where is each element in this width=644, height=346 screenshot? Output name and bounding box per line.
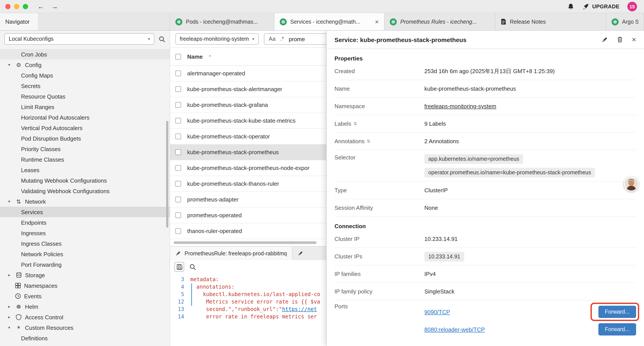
close-window-button[interactable] (5, 4, 10, 9)
labels-row: Labels ⇅ 9 Labels (334, 115, 636, 133)
row-checkbox[interactable] (175, 212, 181, 218)
delete-trash-icon[interactable] (617, 36, 623, 43)
sidebar-item-endpoints[interactable]: Endpoints (0, 217, 170, 228)
edit-pencil-icon[interactable] (602, 36, 608, 43)
sidebar-item-network-policies[interactable]: Network Policies (0, 249, 170, 259)
sidebar-item-events[interactable]: Events (0, 291, 170, 301)
search-icon[interactable] (190, 264, 196, 270)
sidebar-group-config[interactable]: ▾ ⚙ Config (0, 59, 170, 70)
sidebar-item-services[interactable]: Services (0, 207, 170, 217)
sidebar-item-definitions[interactable]: Definitions (0, 333, 170, 343)
table-row[interactable]: prometheus-adapter (170, 192, 326, 208)
sidebar-item-runtime-classes[interactable]: Runtime Classes (0, 154, 170, 165)
field-value[interactable]: 9 Labels (424, 120, 446, 127)
sidebar-item-horizontal-pod-autoscalers[interactable]: Horizontal Pod Autoscalers (0, 112, 170, 123)
sidebar-item-resource-quotas[interactable]: Resource Quotas (0, 91, 170, 102)
minimize-window-button[interactable] (14, 4, 19, 9)
table-row[interactable]: kube-prometheus-stack-operator (170, 129, 326, 145)
row-checkbox[interactable] (175, 86, 181, 92)
tab-pods[interactable]: ☸ Pods - icecheng@mathmas... (170, 13, 274, 30)
scrollbar-thumb[interactable] (174, 241, 317, 244)
table-row-selected[interactable]: kube-prometheus-stack-prometheus (170, 145, 326, 160)
sidebar-item-mutating-webhook-configurations[interactable]: Mutating Webhook Configurations (0, 175, 170, 186)
name-column-header[interactable]: Name (187, 53, 203, 60)
kubeconfig-select[interactable]: Local Kubeconfigs ▾ (4, 33, 154, 45)
close-drawer-icon[interactable]: × (632, 35, 636, 44)
sidebar-group-network[interactable]: ▾ ⇅ Network (0, 196, 170, 207)
row-checkbox[interactable] (175, 197, 181, 202)
forward-button[interactable]: → (50, 1, 60, 11)
editor-url-link[interactable]: https://net (282, 306, 317, 312)
table-row[interactable]: kube-prometheus-stack-kube-state-metrics (170, 113, 326, 129)
row-checkbox[interactable] (175, 149, 181, 155)
navigator-sidebar: Local Kubeconfigs ▾ Cron Jobs ▾ ⚙ Config… (0, 31, 170, 346)
upgrade-button[interactable]: UPGRADE (582, 3, 620, 10)
sidebar-item-secrets[interactable]: Secrets (0, 81, 170, 91)
sidebar-group-custom-resources[interactable]: ▾ * Custom Resources (0, 322, 170, 333)
sidebar-item-leases[interactable]: Leases (0, 165, 170, 175)
table-row[interactable]: kube-prometheus-stack-alertmanager (170, 81, 326, 97)
save-button[interactable] (174, 262, 184, 272)
table-row[interactable]: kube-prometheus-stack-prometheus-node-ex… (170, 160, 326, 176)
match-case-toggle[interactable]: Aa (269, 36, 276, 42)
table-row[interactable]: prometheus-operated (170, 208, 326, 223)
sidebar-item-vertical-pod-autoscalers[interactable]: Vertical Pod Autoscalers (0, 123, 170, 133)
row-checkbox[interactable] (175, 134, 181, 139)
notifications-bell-icon[interactable] (567, 3, 574, 10)
expand-collapse-icon[interactable]: ⇅ (367, 139, 370, 144)
namespace-select[interactable]: freeleaps-monitoring-system ▾ (175, 33, 259, 45)
tab-prometheus-rules[interactable]: ☸ Prometheus Rules - icecheng... (384, 13, 496, 30)
field-value[interactable]: 2 Annotations (424, 138, 459, 145)
row-checkbox[interactable] (175, 102, 181, 108)
tab-services[interactable]: ☸ Services - icecheng@math... × (274, 13, 384, 30)
port-link[interactable]: 8080:reloader-web/TCP (424, 326, 485, 333)
table-row[interactable]: kube-prometheus-stack-grafana (170, 97, 326, 113)
table-row[interactable]: alertmanager-operated (170, 66, 326, 81)
search-input[interactable]: Aa .* prome (264, 33, 326, 45)
sidebar-item-pod-disruption-budgets[interactable]: Pod Disruption Budgets (0, 133, 170, 144)
row-checkbox[interactable] (175, 181, 181, 187)
table-row[interactable]: thanos-ruler-operated (170, 223, 326, 239)
sidebar-item-config-maps[interactable]: Config Maps (0, 70, 170, 81)
forward-button[interactable]: Forward... (598, 323, 636, 336)
sidebar-item-validating-webhook-configurations[interactable]: Validating Webhook Configurations (0, 186, 170, 196)
row-checkbox[interactable] (175, 228, 181, 234)
maximize-window-button[interactable] (23, 4, 28, 9)
sidebar-group-access-control[interactable]: ▸ Access Control (0, 312, 170, 322)
table-row[interactable]: kube-prometheus-stack-thanos-ruler (170, 176, 326, 192)
row-checkbox[interactable] (175, 70, 181, 76)
sidebar-group-storage[interactable]: ▸ Storage (0, 270, 170, 280)
sidebar-item-ingress-classes[interactable]: Ingress Classes (0, 238, 170, 249)
dock-tab-prometheusrule[interactable]: PrometheusRule: freeleaps-prod-rabbitmq (170, 247, 293, 260)
sidebar-item-limit-ranges[interactable]: Limit Ranges (0, 102, 170, 112)
forward-button[interactable]: Forward... (598, 306, 636, 318)
sidebar-item-port-forwarding[interactable]: Port Forwarding (0, 259, 170, 270)
sidebar-item-label: Services (21, 209, 43, 215)
horizontal-scrollbar[interactable] (170, 239, 326, 246)
sidebar-item-priority-classes[interactable]: Priority Classes (0, 144, 170, 154)
navigator-title[interactable]: Navigator (0, 13, 38, 30)
expand-collapse-icon[interactable]: ⇅ (354, 121, 357, 126)
sidebar-group-helm[interactable]: ▸ ☸ Helm (0, 301, 170, 312)
tab-release-notes[interactable]: Release Notes (496, 13, 606, 30)
line-number: 13 (170, 306, 190, 313)
row-checkbox[interactable] (175, 118, 181, 123)
sidebar-item-cron-jobs[interactable]: Cron Jobs (0, 49, 170, 59)
back-button[interactable]: ← (36, 1, 46, 11)
sidebar-item-ingresses[interactable]: Ingresses (0, 228, 170, 238)
avatar[interactable] (624, 177, 639, 191)
sidebar-item-namespaces[interactable]: Namespaces (0, 280, 170, 291)
notification-count-badge[interactable]: 15 (627, 1, 637, 11)
row-checkbox[interactable] (175, 165, 181, 171)
yaml-editor[interactable]: 3metadata: 4annotations: 5kubectl.kubern… (170, 273, 326, 346)
namespace-link[interactable]: freeleaps-monitoring-system (424, 103, 496, 109)
close-tab-icon[interactable]: × (372, 18, 379, 25)
sidebar-scrollbar[interactable] (166, 121, 168, 228)
sort-ascending-icon[interactable]: ^ (209, 54, 211, 59)
port-link[interactable]: 9090/TCP (424, 309, 450, 315)
regex-toggle[interactable]: .* (280, 36, 284, 42)
select-all-checkbox[interactable] (175, 54, 181, 59)
tab-argo[interactable]: ☸ Argo Se (606, 13, 644, 30)
dock-tab-partial[interactable] (293, 247, 326, 260)
search-icon[interactable] (159, 36, 165, 42)
